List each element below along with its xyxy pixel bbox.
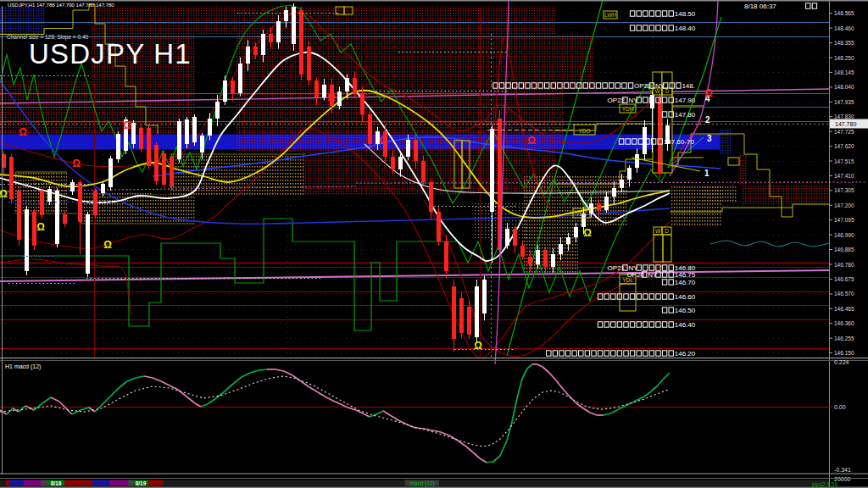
svg-text:146.20: 146.20 bbox=[675, 350, 696, 358]
svg-text:147.620: 147.620 bbox=[834, 143, 854, 149]
svg-text:USDJPY H1: USDJPY H1 bbox=[29, 38, 192, 69]
svg-text:8/18 06:37: 8/18 06:37 bbox=[744, 3, 776, 10]
svg-text:0.224: 0.224 bbox=[834, 359, 849, 365]
svg-text:146.70: 146.70 bbox=[675, 279, 696, 286]
svg-text:147.515: 147.515 bbox=[834, 158, 854, 164]
svg-text:147.935: 147.935 bbox=[834, 99, 854, 105]
svg-text:Ω: Ω bbox=[327, 92, 336, 103]
svg-text:Ω: Ω bbox=[704, 87, 713, 99]
svg-text:1: 1 bbox=[704, 169, 709, 178]
svg-text:W: W bbox=[655, 228, 661, 234]
svg-text:Ω: Ω bbox=[123, 119, 131, 131]
svg-text:0.00: 0.00 bbox=[834, 404, 846, 410]
svg-text:146.885: 146.885 bbox=[834, 247, 854, 252]
svg-text:Ω: Ω bbox=[36, 221, 45, 233]
svg-text:146.75: 146.75 bbox=[675, 271, 696, 279]
svg-text:148.355: 148.355 bbox=[834, 40, 854, 46]
svg-text:YDC: YDC bbox=[576, 211, 587, 217]
svg-text:148.460: 148.460 bbox=[834, 25, 854, 31]
svg-text:146.360: 146.360 bbox=[834, 320, 854, 326]
svg-text:147.200: 147.200 bbox=[834, 202, 854, 208]
svg-text:H1 macd (12): H1 macd (12) bbox=[5, 363, 41, 370]
svg-text:148.250: 148.250 bbox=[834, 55, 854, 61]
svg-text:148.50: 148.50 bbox=[675, 10, 696, 18]
svg-text:146.60: 146.60 bbox=[675, 293, 696, 301]
svg-text:Ω: Ω bbox=[0, 188, 8, 200]
svg-text:146.150: 146.150 bbox=[834, 350, 854, 356]
svg-text:146.780: 146.780 bbox=[834, 262, 854, 268]
svg-text:147.830: 147.830 bbox=[834, 114, 854, 119]
svg-text:147.410: 147.410 bbox=[834, 173, 854, 179]
svg-text:146.50: 146.50 bbox=[675, 307, 696, 314]
svg-text:Ω: Ω bbox=[379, 135, 387, 147]
svg-text:Ω: Ω bbox=[583, 227, 592, 239]
svg-text:D: D bbox=[665, 228, 669, 234]
svg-text:146.675: 146.675 bbox=[834, 276, 854, 282]
svg-text:USDJPY,H1 147.788 147.790 147: USDJPY,H1 147.788 147.790 147.780 147.78… bbox=[8, 3, 114, 8]
svg-text:YDO: YDO bbox=[578, 128, 590, 134]
svg-text:YDH: YDH bbox=[622, 106, 634, 112]
svg-text:146.255: 146.255 bbox=[834, 336, 854, 341]
svg-text:147.780: 147.780 bbox=[835, 121, 856, 127]
svg-text:146.40: 146.40 bbox=[675, 321, 696, 329]
svg-text:Ω: Ω bbox=[103, 239, 112, 251]
svg-text:147.60-70: 147.60-70 bbox=[664, 138, 695, 146]
svg-text:3: 3 bbox=[707, 134, 712, 143]
svg-text:146.990: 146.990 bbox=[834, 232, 854, 238]
svg-text:Channel size = 128; Slope = 0.: Channel size = 128; Slope = 0.40 bbox=[7, 34, 89, 41]
svg-text:Ω: Ω bbox=[72, 158, 81, 169]
svg-text:148.040: 148.040 bbox=[834, 84, 854, 90]
svg-text:Ω: Ω bbox=[19, 126, 27, 138]
svg-text:-0.341: -0.341 bbox=[834, 467, 851, 473]
svg-text:148.565: 148.565 bbox=[834, 10, 854, 16]
svg-text:147.305: 147.305 bbox=[834, 187, 854, 193]
svg-text:macd (12): macd (12) bbox=[409, 480, 434, 487]
svg-text:147.095: 147.095 bbox=[834, 217, 854, 223]
svg-text:148.145: 148.145 bbox=[834, 69, 854, 75]
svg-text:147.80: 147.80 bbox=[675, 111, 696, 119]
svg-text:146.465: 146.465 bbox=[834, 306, 854, 312]
svg-text:148.: 148. bbox=[682, 82, 695, 90]
svg-text:Ω: Ω bbox=[474, 340, 482, 352]
svg-text:146.570: 146.570 bbox=[834, 291, 854, 297]
svg-text:8/18: 8/18 bbox=[51, 480, 62, 486]
svg-text:Ω: Ω bbox=[527, 135, 536, 147]
svg-text:147.90: 147.90 bbox=[675, 97, 696, 104]
svg-text:2: 2 bbox=[705, 115, 710, 125]
svg-text:147.725: 147.725 bbox=[834, 129, 854, 135]
svg-text:LWH: LWH bbox=[604, 12, 616, 18]
svg-text:8/19: 8/19 bbox=[136, 480, 147, 486]
svg-text:D: D bbox=[665, 88, 670, 94]
svg-text:148.40: 148.40 bbox=[675, 25, 696, 32]
